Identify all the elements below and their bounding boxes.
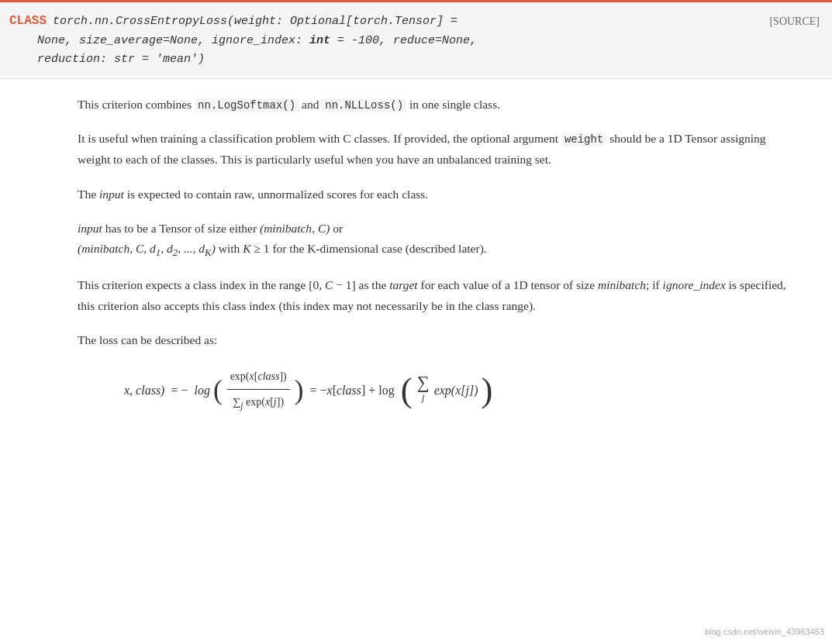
- frac-numerator: exp(x[class]): [227, 366, 290, 390]
- p2-text-before: It is useful when training a classificat…: [78, 132, 561, 145]
- p4-text-mid: has to be a Tensor of size either: [102, 222, 260, 235]
- p5-ignidx: ignore_index: [663, 278, 726, 291]
- paragraph-2: It is useful when training a classificat…: [78, 129, 801, 170]
- p4-end: for the K-dimensional case (described la…: [270, 242, 487, 255]
- p5-target: target: [389, 278, 417, 291]
- sigma-subscript: j: [422, 388, 424, 407]
- p2-code: weight: [561, 133, 606, 146]
- p1-code2: nn.NLLLoss(): [322, 98, 406, 112]
- big-paren-left-2: (: [401, 373, 413, 408]
- p4-with: with: [216, 242, 243, 255]
- paragraph-3: The input is expected to contain raw, un…: [78, 184, 801, 205]
- p4-math2: (minibatch, C, d1, d2, ..., dK): [78, 242, 216, 255]
- p5-mid2: for each value of a 1D tensor of size: [418, 278, 598, 291]
- frac-denominator: ∑j exp(x[j]): [230, 390, 287, 415]
- paragraph-6: The loss can be described as:: [78, 330, 801, 350]
- p1-text-before: This criterion combines: [78, 98, 195, 111]
- p5-mid: as the: [356, 278, 389, 291]
- big-paren-right-1: ): [295, 377, 304, 404]
- p5-range: [0, C − 1]: [309, 278, 355, 291]
- log-label-1: log: [194, 378, 209, 403]
- math-formula: x, class) = − log ( exp(x[class]) ∑j exp…: [124, 366, 801, 415]
- equals-sign-2: = −x[class] + log: [309, 378, 394, 403]
- p4-ge: ≥ 1: [250, 242, 269, 255]
- source-link[interactable]: [SOURCE]: [769, 13, 820, 30]
- class-signature: torch.nn.CrossEntropyLoss(weight: Option…: [9, 15, 477, 66]
- page-container: CLASStorch.nn.CrossEntropyLoss(weight: O…: [0, 0, 832, 644]
- p4-Kge1: K: [243, 242, 250, 255]
- p4-or: or: [330, 222, 343, 235]
- paragraph-4: input has to be a Tensor of size either …: [78, 219, 801, 261]
- p3-italic: input: [99, 188, 124, 201]
- p5-mid3: ; if: [646, 278, 663, 291]
- p3-text-end: is expected to contain raw, unnormalized…: [124, 188, 428, 201]
- p5-text-before: This criterion expects a class index in …: [78, 278, 309, 291]
- equals-sign-1: = −: [171, 378, 188, 403]
- formula-lhs: x, class): [124, 378, 164, 403]
- formula-section: x, class) = − log ( exp(x[class]) ∑j exp…: [109, 366, 801, 415]
- class-header: CLASStorch.nn.CrossEntropyLoss(weight: O…: [0, 2, 832, 79]
- p6-text: The loss can be described as:: [78, 333, 217, 346]
- p1-code1: nn.LogSoftmax(): [195, 98, 299, 112]
- fraction: exp(x[class]) ∑j exp(x[j]): [227, 366, 290, 415]
- paragraph-1: This criterion combines nn.LogSoftmax() …: [78, 95, 801, 115]
- p3-text-before: The: [78, 188, 99, 201]
- p1-text-end: in one single class.: [406, 98, 500, 111]
- class-keyword: CLASS: [9, 14, 47, 28]
- big-paren-left-1: (: [213, 377, 223, 404]
- paragraph-5: This criterion expects a class index in …: [78, 275, 801, 316]
- p5-minibatch: minibatch: [598, 278, 646, 291]
- sum-content: exp(x[j]): [434, 378, 478, 403]
- p1-text-mid: and: [299, 98, 322, 111]
- watermark: blog.csdn.net/weixin_43963463: [705, 627, 824, 636]
- p4-input-italic: input: [78, 222, 102, 235]
- big-paren-right-2: ): [482, 373, 493, 408]
- main-content: This criterion combines nn.LogSoftmax() …: [0, 79, 832, 439]
- sigma-sum: ∑ j: [417, 374, 430, 407]
- p4-minibatch: minibatch, C: [264, 222, 326, 235]
